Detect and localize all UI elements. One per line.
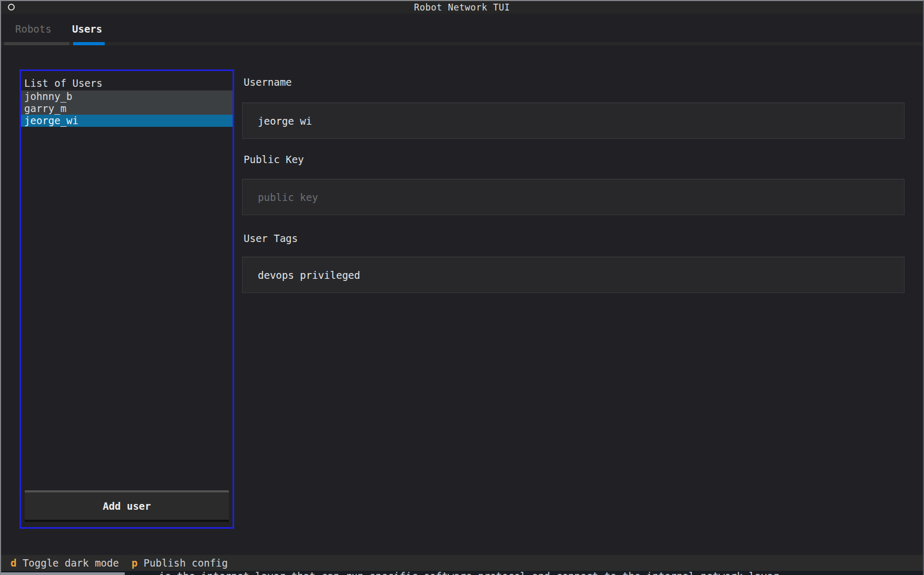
bottom-clipped-strip: is the internet layer that can run speci… — [1, 571, 923, 575]
title-bar: Robot Network TUI — [1, 1, 923, 14]
tab-underline-active — [73, 42, 105, 45]
user-list-panel: List of Users johnny_b garry_m jeorge_wi… — [19, 69, 234, 529]
public-key-label: Public Key — [244, 154, 304, 166]
page-title: Robot Network TUI — [1, 2, 923, 13]
tab-underline-track — [1, 42, 923, 45]
bottom-left-ledge — [1, 572, 125, 575]
clipped-text-fragment: is the internet layer that can run speci… — [159, 571, 779, 575]
user-tags-label: User Tags — [244, 233, 298, 245]
footer-binding-publish[interactable]: p Publish config — [132, 557, 228, 569]
list-item-johnny-b[interactable]: johnny_b — [21, 90, 233, 103]
user-tags-input[interactable] — [242, 257, 905, 293]
footer-binding-dark-mode[interactable]: d Toggle dark mode — [11, 557, 119, 569]
app-window: Robot Network TUI Robots Users List of U… — [0, 0, 924, 575]
username-label: Username — [244, 76, 292, 88]
username-input[interactable] — [242, 103, 905, 139]
key-hint-d: d — [11, 557, 16, 569]
key-hint-p: p — [132, 557, 137, 569]
tab-robots[interactable]: Robots — [15, 23, 52, 35]
list-item-jeorge-wi[interactable]: jeorge_wi — [21, 115, 233, 127]
list-item-garry-m[interactable]: garry_m — [21, 103, 233, 115]
public-key-input[interactable] — [242, 179, 905, 215]
key-label-dark-mode: Toggle dark mode — [23, 557, 119, 569]
user-list-title: List of Users — [21, 77, 233, 89]
add-user-button[interactable]: Add user — [25, 490, 229, 522]
footer-key-bindings: d Toggle dark modep Publish config — [1, 555, 923, 571]
key-label-publish: Publish config — [144, 557, 228, 569]
tab-underline-robots — [4, 42, 69, 45]
tab-users[interactable]: Users — [72, 23, 102, 35]
